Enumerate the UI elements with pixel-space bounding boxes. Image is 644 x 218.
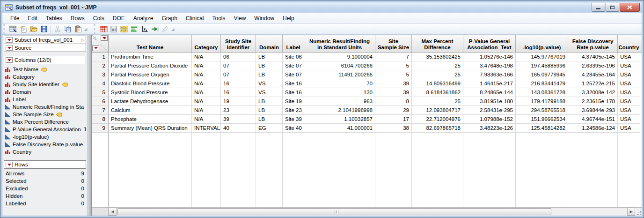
row-number[interactable]: 6 [92,97,109,106]
table-cell[interactable]: EG [256,124,283,133]
continuous-modeling-type-icon[interactable] [5,119,11,125]
fit-y-by-x-button[interactable]: yx [139,24,150,34]
table-cell[interactable]: VS [256,88,283,97]
column-item-label[interactable]: Label [5,96,86,103]
new-journal-button[interactable] [18,24,29,34]
table-cell[interactable]: 5 [375,70,412,79]
table-cell[interactable]: 963 [304,97,375,106]
table-cell[interactable]: Partial Pressure Carbon Dioxide [109,61,192,70]
continuous-modeling-type-icon[interactable] [5,127,11,132]
table-cell[interactable]: 07 [221,61,256,70]
column-item-domain[interactable]: Domain [5,88,86,96]
table-cell[interactable]: N/A [192,106,221,115]
toolbar-overflow-icon[interactable]: ◢ [171,27,174,31]
table-cell[interactable]: 1.10032857 [304,115,375,124]
columns-menu-red-triangle[interactable] [101,35,108,41]
table-cell[interactable]: N/A [192,88,221,97]
table-cell[interactable]: N/A [192,115,221,124]
menu-item-rows[interactable]: Rows [66,14,89,23]
table-cell[interactable]: 165.09779945 [516,70,568,79]
menu-item-clinical[interactable]: Clinical [182,14,208,23]
red-triangle-button[interactable] [6,57,13,63]
table-cell[interactable]: LB [256,53,283,61]
table-cell[interactable]: 11491.200266 [304,70,375,79]
table-cell[interactable]: 23 [221,106,256,115]
table-cell[interactable]: Summary (Mean) QRS Duration [109,124,192,133]
column-header-max-percent-difference[interactable]: Max Percent Difference [412,35,463,52]
scrollbar-track[interactable] [117,208,627,216]
column-header-test-name[interactable]: Test Name [109,35,192,52]
table-cell[interactable]: 25 [412,61,463,70]
table-cell[interactable]: N/A [192,70,221,79]
table-cell[interactable]: 1.46415e-217 [463,79,516,88]
column-header-country[interactable]: Country [618,35,640,52]
continuous-modeling-type-icon[interactable] [5,112,11,117]
table-cell[interactable]: Site 07 [283,61,304,70]
red-triangle-button[interactable] [6,37,13,43]
column-item-study-site-identifier[interactable]: Study Site Identifier [5,81,86,88]
row-number[interactable]: 3 [92,70,109,79]
table-cell[interactable]: 4.96744e-151 [568,115,618,124]
column-header-site-sample-size[interactable]: Site Sample Size [375,35,412,52]
graph-bars-button[interactable] [129,24,139,34]
table-cell[interactable]: Site 06 [283,53,304,61]
table-cell[interactable]: 9.1000004 [304,53,375,61]
table-cell[interactable]: Site 40 [283,124,304,133]
columns-panel-header[interactable]: Columns (12/0) [4,56,86,64]
table-cell[interactable]: 38 [375,124,412,133]
column-header-false-discovery-rate-p-value[interactable]: False Discovery Rate p-value [568,35,618,52]
column-item-max-percent-difference[interactable]: Max Percent Difference [5,118,86,126]
table-cell[interactable]: 3.81951e-180 [463,97,516,106]
table-cell[interactable]: 19 [221,97,256,106]
horizontal-scrollbar[interactable]: ◀ ▶ [92,207,642,216]
column-item-p-value-general-association-t[interactable]: P-Value General Association_T [5,126,86,133]
table-cell[interactable]: 3.69844e-293 [568,106,618,115]
table-cell[interactable]: Site 39 [283,115,304,124]
table-cell[interactable]: 8 [375,97,412,106]
table-cell[interactable]: Site 23 [283,106,304,115]
scrollbar-thumb[interactable] [117,208,551,215]
table-cell[interactable]: 16 [221,88,256,97]
row-number[interactable]: 1 [92,53,109,61]
save-button[interactable] [39,24,49,34]
nominal-modeling-type-icon[interactable] [5,82,11,87]
table-cell[interactable]: 39 [375,88,412,97]
table-cell[interactable]: 145.97767019 [516,53,568,61]
toolbar-overflow-icon[interactable]: ◢ [84,27,87,31]
table-cell[interactable]: 40 [221,124,256,133]
column-header-log10-p-value[interactable]: -log10(p-value) [516,35,568,52]
table-cell[interactable]: 16 [221,79,256,88]
column-header-domain[interactable]: Domain [256,35,283,52]
table-cell[interactable]: 8.24865e-144 [463,88,516,97]
table-cell[interactable]: 143.08361728 [516,88,568,97]
table-cell[interactable]: 3.32008e-142 [568,88,618,97]
continuous-modeling-type-icon[interactable] [5,104,11,110]
table-cell[interactable]: N/A [192,79,221,88]
table-cell[interactable]: Lactate Dehydrogenase [109,97,192,106]
table-cell[interactable]: 82.697865718 [412,124,463,133]
table-cell[interactable]: N/A [192,97,221,106]
row-number[interactable]: 5 [92,88,109,97]
new-data-table-button[interactable] [8,24,18,34]
table-cell[interactable]: 7 [375,53,412,61]
table-cell[interactable]: USA [618,106,640,115]
table-cell[interactable]: 4.37405e-145 [568,53,618,61]
menu-item-help[interactable]: Help [278,14,299,23]
table-cell[interactable]: 5 [375,61,412,70]
column-header-study-site-identifier[interactable]: Study Site Identifier [221,35,256,52]
menu-item-edit[interactable]: Edit [23,14,42,23]
table-cell[interactable]: 3.47648e-198 [463,61,516,70]
table-cell[interactable]: 4.28455e-164 [568,70,618,79]
calculator-button[interactable] [109,24,119,34]
column-header-label[interactable]: Label [283,35,304,52]
menu-item-doe[interactable]: DOE [109,14,129,23]
column-item-site-sample-size[interactable]: Site Sample Size [5,111,86,118]
table-cell[interactable]: 14.809316499 [412,79,463,88]
row-number[interactable]: 8 [92,115,109,124]
table-cell[interactable]: Partial Pressure Oxygen [109,70,192,79]
column-header-p-value-general-association-text[interactable]: P-Value General Association_Text [463,35,516,52]
table-cell[interactable]: N/A [192,61,221,70]
panel-expand-icon[interactable]: ▷ [81,38,84,42]
table-cell[interactable]: Phosphate [109,115,192,124]
table-cell[interactable]: 1.25722e-215 [568,79,618,88]
